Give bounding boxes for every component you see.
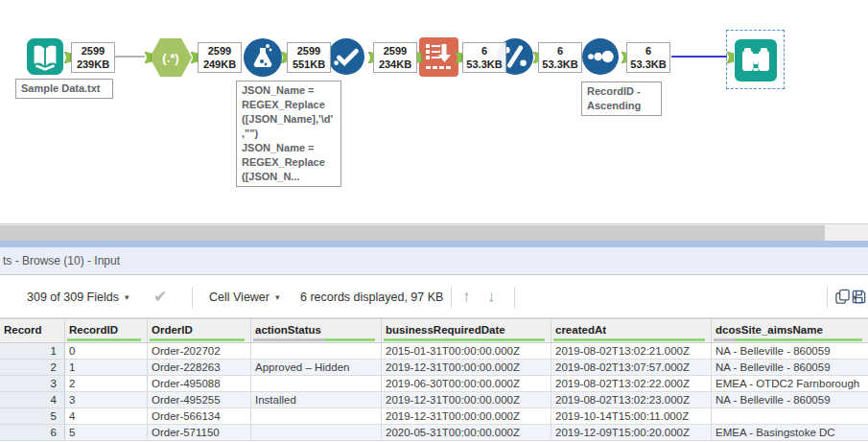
- data-quality-bar: [150, 338, 245, 341]
- formula-annotation[interactable]: JSON_Name = REGEX_Replace ([JSON_Name],'…: [236, 81, 341, 187]
- selected-connection-line[interactable]: [671, 56, 727, 58]
- cell: 2: [65, 376, 148, 391]
- connection-count-6[interactable]: 6 53.3KB: [538, 42, 582, 73]
- data-size: 53.3KB: [627, 58, 669, 71]
- cell: 2019-12-31T00:00:00.000Z: [382, 392, 551, 407]
- table-row[interactable]: 2 1 Order-228263 Approved – Hidden 2019-…: [0, 360, 868, 376]
- connection-count-2[interactable]: 2599 249KB: [198, 42, 242, 73]
- record-number: 2: [0, 360, 65, 375]
- cell: EMEA - OTDC2 Farnborough: [712, 376, 868, 391]
- cell: Approved – Hidden: [251, 360, 382, 375]
- column-header-actionstatus[interactable]: actionStatus: [251, 319, 382, 342]
- open-book-icon: [27, 38, 63, 75]
- record-number: 6: [0, 425, 65, 440]
- apply-check-icon[interactable]: ✔: [153, 276, 167, 317]
- data-size: 234KB: [374, 58, 416, 71]
- chevron-down-icon: ▾: [275, 292, 280, 302]
- canvas-horizontal-scrollbar[interactable]: [0, 223, 868, 241]
- connection-line[interactable]: [115, 56, 145, 58]
- fields-dropdown[interactable]: 309 of 309 Fields ▾: [27, 276, 129, 317]
- record-count: 6: [463, 44, 505, 58]
- results-title: ts - Browse (10) - Input: [3, 254, 120, 268]
- input-data-tool[interactable]: [27, 38, 63, 79]
- scroll-up-button[interactable]: ↑: [462, 276, 471, 317]
- save-button[interactable]: [851, 276, 867, 317]
- cell: 2019-08-02T13:02:23.000Z: [551, 392, 712, 407]
- cell: 2019-10-14T15:00:11.000Z: [551, 408, 712, 424]
- cell: 2015-01-31T00:00:00.000Z: [382, 343, 551, 359]
- cell: 1: [65, 360, 148, 375]
- cell: 2020-05-31T00:00:00.000Z: [382, 425, 551, 440]
- cell-viewer-dropdown[interactable]: Cell Viewer ▾: [209, 276, 280, 317]
- column-header-record[interactable]: Record: [0, 319, 65, 342]
- connection-count-1[interactable]: 2599 239KB: [71, 42, 115, 73]
- cell: [712, 408, 868, 424]
- toolbar-divider: [514, 287, 515, 308]
- column-header-dcossite-aimsname[interactable]: dcosSite_aimsName: [712, 319, 868, 342]
- connection-anchor: [64, 52, 71, 63]
- select-tool[interactable]: [328, 38, 364, 79]
- record-count: 2599: [374, 44, 416, 58]
- cell: 5: [65, 425, 148, 440]
- workflow-canvas[interactable]: 2599 239KB (.*) 2599 249KB 2: [0, 0, 868, 223]
- table-row[interactable]: 6 5 Order-571150 2020-05-31T00:00:00.000…: [0, 425, 868, 441]
- sort-annotation[interactable]: RecordID - Ascending: [581, 81, 662, 116]
- record-count: 2599: [72, 44, 114, 58]
- formula-tool[interactable]: [244, 38, 282, 81]
- table-row[interactable]: 5 4 Order-566134 2019-12-31T00:00:00.000…: [0, 408, 868, 425]
- scroll-down-button[interactable]: ↓: [487, 276, 496, 317]
- connection-count-7[interactable]: 6 53.3KB: [626, 42, 670, 73]
- copy-icon: [834, 289, 851, 305]
- cell: [251, 343, 382, 359]
- input-annotation[interactable]: Sample Data.txt: [15, 79, 113, 99]
- table-row[interactable]: 1 0 Order-202702 2015-01-31T00:00:00.000…: [0, 343, 868, 360]
- column-header-businessrequireddate[interactable]: businessRequiredDate: [382, 319, 551, 342]
- sort-tool[interactable]: [582, 38, 619, 79]
- regex-label: (.*): [162, 51, 178, 65]
- results-panel-accent: [0, 241, 868, 247]
- record-number: 5: [0, 408, 65, 424]
- scrollbar-thumb[interactable]: [0, 225, 825, 241]
- column-header-createdat[interactable]: createdAt: [551, 319, 712, 342]
- table-row[interactable]: 3 2 Order-495088 2019-06-30T00:00:00.000…: [0, 376, 868, 392]
- cell: NA - Belleville - 860059: [712, 360, 868, 375]
- table-row[interactable]: 4 3 Order-495255 Installed 2019-12-31T00…: [0, 392, 868, 408]
- chevron-down-icon: ▾: [125, 292, 129, 302]
- data-size: 239KB: [72, 58, 114, 71]
- grid-header-row: Record RecordID OrderID actionStatus bus…: [0, 318, 868, 343]
- data-quality-bar: [67, 338, 141, 341]
- cell: Order-228263: [148, 360, 251, 375]
- column-header-recordid[interactable]: RecordID: [65, 319, 148, 342]
- regex-tool[interactable]: (.*): [150, 38, 192, 77]
- toolbar-divider: [827, 287, 828, 308]
- data-size: 551KB: [288, 58, 330, 71]
- connection-count-4[interactable]: 2599 234KB: [373, 42, 417, 73]
- cell: Order-566134: [148, 408, 251, 424]
- data-quality-bar: [553, 338, 705, 341]
- cell: 3: [65, 392, 148, 407]
- cell: Order-495255: [148, 392, 251, 407]
- connection-count-5[interactable]: 6 53.3KB: [462, 42, 506, 73]
- crosstab-icon: [419, 37, 458, 77]
- connection-count-3[interactable]: 2599 551KB: [287, 42, 331, 73]
- cell: 0: [65, 343, 148, 359]
- cell: NA - Belleville - 860059: [712, 343, 868, 359]
- browse-tool[interactable]: [735, 39, 777, 85]
- cell: 2019-12-31T00:00:00.000Z: [382, 408, 551, 424]
- flask-icon: [244, 38, 282, 77]
- record-count: 2599: [288, 44, 330, 58]
- data-size: 249KB: [199, 58, 241, 71]
- record-number: 4: [0, 392, 65, 407]
- results-toolbar: 309 of 309 Fields ▾ ✔ Cell Viewer ▾ 6 re…: [0, 276, 868, 318]
- crosstab-tool[interactable]: [419, 37, 458, 81]
- connection-anchor: [191, 52, 198, 63]
- cell: 2019-08-02T13:02:22.000Z: [551, 376, 712, 391]
- toolbar-divider: [192, 287, 193, 308]
- cell: NA - Belleville - 860059: [712, 392, 868, 407]
- record-count: 6: [539, 44, 581, 58]
- record-number: 3: [0, 376, 65, 391]
- record-count: 6: [627, 44, 669, 58]
- toolbar-divider: [451, 287, 452, 308]
- column-header-orderid[interactable]: OrderID: [148, 319, 251, 342]
- save-icon: [851, 289, 867, 305]
